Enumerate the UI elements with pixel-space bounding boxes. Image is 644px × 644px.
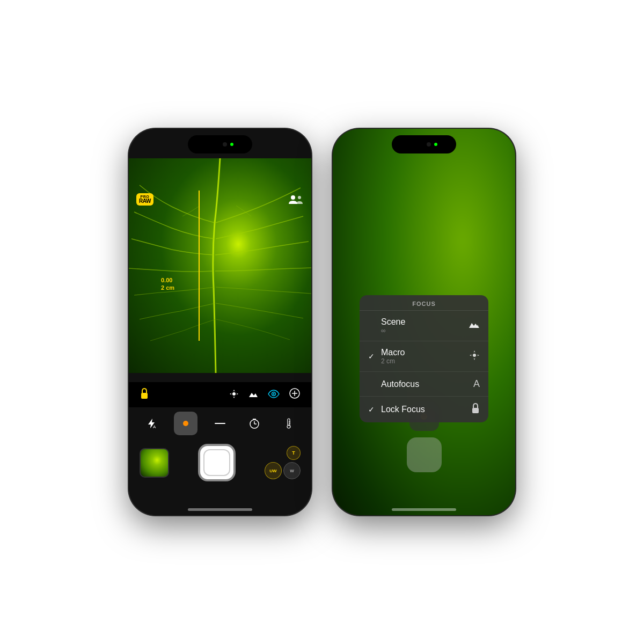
phone2-shutter-row (407, 437, 442, 472)
leaf-background (129, 158, 311, 373)
phone-2: FOCUS Scene ∞ (333, 129, 515, 515)
exposure-line (199, 191, 200, 341)
svg-point-3 (232, 392, 236, 396)
home-indicator-2 (392, 508, 456, 511)
ev-value: 0.00 (161, 277, 172, 283)
focus-bar (129, 382, 311, 407)
svg-point-5 (273, 393, 275, 394)
shutter-row: T UW W (129, 440, 311, 486)
camera-screen: 0.00 2 cm PRO RAW (129, 129, 311, 515)
focus-menu-title: FOCUS (360, 295, 488, 310)
home-indicator (188, 508, 252, 511)
macro-text: Macro 2 cm (381, 348, 405, 365)
lockfocus-text: Lock Focus (381, 405, 425, 414)
timer-button[interactable] (243, 412, 266, 435)
focus-menu-item-scene[interactable]: Scene ∞ (360, 311, 488, 341)
svg-point-0 (291, 195, 295, 200)
ev-indicator: 0.00 2 cm (161, 276, 174, 292)
leaf-veins-svg (129, 158, 311, 373)
scene-item-left: Scene ∞ (368, 317, 405, 334)
focus-menu-item-autofocus[interactable]: Autofocus A (360, 372, 488, 397)
settings-row: A (129, 407, 311, 440)
add-focus-icon[interactable] (289, 387, 301, 402)
telephoto-lens-button[interactable]: T (287, 446, 301, 460)
svg-text:A: A (153, 425, 156, 429)
svg-rect-10 (215, 423, 225, 424)
scene-name: Scene (381, 317, 405, 327)
dot-mode-button[interactable] (174, 412, 197, 435)
autofocus-text: Autofocus (381, 379, 419, 389)
front-camera (223, 142, 227, 147)
ultrawide-lens-button[interactable]: UW (265, 462, 282, 479)
svg-point-1 (298, 196, 301, 199)
macro-check: ✓ (368, 352, 377, 361)
focus-menu[interactable]: FOCUS Scene ∞ (360, 295, 488, 422)
front-camera-2 (427, 142, 431, 147)
lockfocus-icon (471, 403, 480, 416)
lockfocus-item-left: ✓ Lock Focus (368, 405, 425, 414)
focus-menu-item-macro[interactable]: ✓ Macro 2 cm (360, 341, 488, 372)
focus-menu-item-lockfocus[interactable]: ✓ Lock Focus (360, 397, 488, 422)
dot-indicator (183, 421, 188, 426)
lockfocus-name: Lock Focus (381, 405, 425, 414)
macro-focus-icon[interactable] (229, 389, 239, 401)
autofocus-icon: A (473, 378, 480, 390)
dynamic-island-2 (392, 135, 456, 153)
svg-rect-20 (472, 408, 479, 413)
scene-text: Scene ∞ (381, 317, 405, 334)
macro-item-left: ✓ Macro 2 cm (368, 348, 405, 365)
lockfocus-check: ✓ (368, 405, 377, 414)
temperature-button[interactable] (277, 412, 301, 435)
active-indicator (230, 143, 233, 146)
wide-lens-button[interactable]: W (283, 462, 301, 479)
macro-name: Macro (381, 348, 405, 357)
active-indicator-2 (434, 143, 437, 146)
lens-selector: T UW W (265, 446, 301, 479)
svg-point-19 (473, 354, 476, 357)
pro-raw-badge[interactable]: PRO RAW (136, 193, 153, 206)
macro-sub: 2 cm (381, 357, 405, 365)
ev-unit: 2 cm (161, 284, 174, 291)
phone-1-screen: 0.00 2 cm PRO RAW (129, 129, 311, 515)
autofocus-item-left: Autofocus (368, 379, 419, 389)
phone2-shutter-button[interactable] (407, 437, 442, 472)
macro-icon (469, 350, 480, 363)
landscape-focus-icon[interactable] (248, 389, 259, 401)
portrait-icon[interactable] (288, 193, 304, 208)
scene-icon (468, 320, 480, 331)
svg-rect-2 (141, 393, 148, 399)
phone-2-screen: FOCUS Scene ∞ (333, 129, 515, 515)
w-label: W (290, 469, 294, 473)
photo-thumbnail[interactable] (140, 448, 169, 478)
uw-label: UW (269, 469, 276, 473)
lens-cluster: UW W (265, 462, 301, 479)
focus-lock-icon[interactable] (140, 387, 149, 402)
eye-focus-icon[interactable] (267, 389, 280, 401)
telephoto-label: T (292, 450, 295, 456)
shutter-inner (203, 449, 230, 476)
phone-1: 0.00 2 cm PRO RAW (129, 129, 311, 515)
dynamic-island (188, 135, 252, 153)
autofocus-name: Autofocus (381, 379, 419, 389)
scene-sub: ∞ (381, 327, 405, 334)
bottom-controls: A (129, 382, 311, 486)
viewfinder[interactable]: 0.00 2 cm PRO RAW (129, 158, 311, 373)
dash-button[interactable] (208, 412, 232, 435)
shutter-button[interactable] (198, 444, 236, 481)
raw-label: RAW (139, 199, 151, 204)
flash-button[interactable]: A (140, 412, 163, 435)
focus-icons-group (229, 387, 301, 402)
camera-screen-2: FOCUS Scene ∞ (333, 129, 515, 515)
